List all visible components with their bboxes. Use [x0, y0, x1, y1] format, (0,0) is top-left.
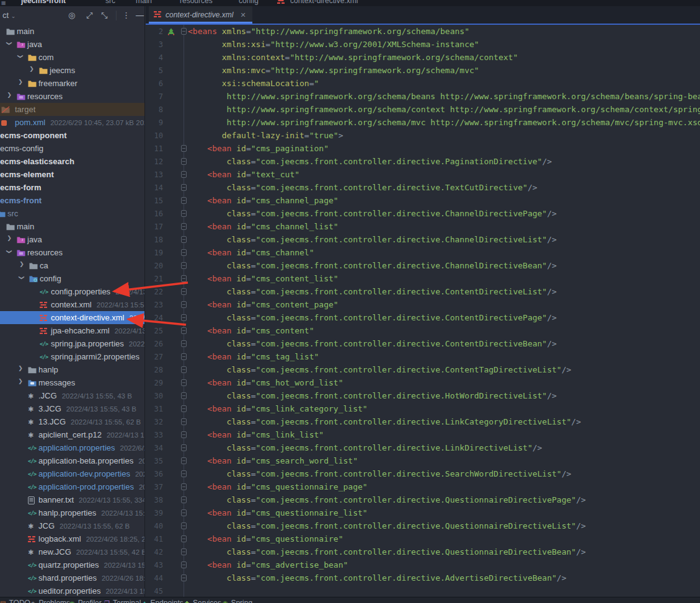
fold-end-icon[interactable] [179, 366, 188, 373]
code-line-23[interactable]: 23 <bean id="cms_content_page" [146, 298, 700, 311]
breadcrumb-item-src[interactable]: src [105, 0, 115, 6]
tree-item-pom-xml[interactable]: pom.xml2022/6/29 10:45, 23.07 kB 2022/6/ [0, 116, 144, 129]
code-line-25[interactable]: 25 <bean id="cms_content" [146, 324, 700, 337]
code-line-10[interactable]: 10 default-lazy-init="true"> [146, 129, 700, 142]
code-line-30[interactable]: 30 class="com.jeecms.front.controller.di… [146, 389, 700, 402]
code-line-33[interactable]: 33 <bean id="cms_link_list" [146, 428, 700, 441]
code-line-5[interactable]: 5 xmlns:mvc="http://www.springframework.… [146, 64, 700, 77]
code-line-6[interactable]: 6 xsi:schemaLocation=" [146, 77, 700, 90]
chevron-collapsed-icon[interactable]: ❯ [17, 365, 24, 371]
fold-start-icon[interactable] [179, 509, 188, 516]
tree-item-spring-jpa-properties[interactable]: </>spring.jpa.properties2022/ [0, 337, 144, 350]
statusbar-item-spring[interactable]: ❀Spring [223, 598, 252, 603]
tree-item-resources[interactable]: ❯resources [0, 90, 144, 103]
fold-start-icon[interactable] [179, 301, 188, 308]
fold-start-icon[interactable] [179, 249, 188, 256]
tree-item-src[interactable]: src [0, 207, 144, 220]
code-line-17[interactable]: 17 <bean id="cms_channel_list" [146, 220, 700, 233]
tree-item-jpa-ehcache-xml[interactable]: jpa-ehcache.xml2022/4/13 1 [0, 324, 144, 337]
code-line-19[interactable]: 19 <bean id="cms_channel" [146, 246, 700, 259]
tree-item-ecms-form[interactable]: ecms-form [0, 181, 144, 194]
code-line-32[interactable]: 32 class="com.jeecms.front.controller.di… [146, 415, 700, 428]
code-line-3[interactable]: 3 xmlns:xsi="http://www.w3.org/2001/XMLS… [146, 38, 700, 51]
tree-item-hanlp[interactable]: ❯hanlp [0, 363, 144, 376]
chevron-expanded-icon[interactable]: ❯ [19, 275, 25, 281]
fold-end-icon[interactable] [179, 262, 188, 269]
tree-item-ecms-elasticsearch[interactable]: ecms-elasticsearch [0, 155, 144, 168]
fold-start-icon[interactable] [179, 197, 188, 204]
fold-start-icon[interactable] [179, 275, 188, 282]
fold-start-icon[interactable] [179, 171, 188, 178]
code-line-34[interactable]: 34 class="com.jeecms.front.controller.di… [146, 441, 700, 454]
tree-item-spring-jparmi2-properties[interactable]: </>spring.jparmi2.properties2 [0, 350, 144, 363]
chevron-collapsed-icon[interactable]: ❯ [29, 66, 35, 72]
tree-item-application-dev-properties[interactable]: </>application-dev.properties202 [0, 467, 144, 480]
code-line-41[interactable]: 41 <bean id="cms_questionnaire" [146, 532, 700, 545]
code-line-21[interactable]: 21 <bean id="cms_content_list" [146, 272, 700, 285]
code-line-39[interactable]: 39 <bean id="cms_questionnaire_list" [146, 506, 700, 519]
code-area[interactable]: 2<beans xmlns="http://www.springframewor… [146, 25, 700, 603]
tree-item-13-jcg[interactable]: ✱13.JCG2022/4/13 15:55, 62 B [0, 415, 144, 428]
tree-item-application-properties[interactable]: </>application.properties2022/6/2 [0, 441, 144, 454]
code-line-4[interactable]: 4 xmlns:context="http://www.springframew… [146, 51, 700, 64]
code-line-20[interactable]: 20 class="com.jeecms.front.controller.di… [146, 259, 700, 272]
tree-item-jcg[interactable]: ✱JCG2022/4/13 15:55, 62 B [0, 519, 144, 532]
tree-item-jcg[interactable]: ✱.JCG2022/4/13 15:55, 43 B [0, 389, 144, 402]
tree-item-hanlp-properties[interactable]: </>hanlp.properties2022/4/13 15:5 [0, 506, 144, 519]
fold-start-icon[interactable] [179, 535, 188, 542]
chevron-collapsed-icon[interactable]: ❯ [17, 378, 24, 384]
chevron-expanded-icon[interactable]: ❯ [17, 53, 24, 59]
statusbar-item-terminal[interactable]: ❐Terminal [104, 598, 141, 603]
breadcrumb-item-jeecms-front[interactable]: jeecms-front [21, 0, 66, 6]
fold-start-icon[interactable] [179, 379, 188, 386]
tree-item-messages[interactable]: ❯messages [0, 376, 144, 389]
tree-item-java[interactable]: ❯java [0, 38, 144, 51]
tree-item-com[interactable]: ❯com [0, 51, 144, 64]
tree-item-ecms-component[interactable]: ecms-component [0, 129, 144, 142]
tree-item-resources[interactable]: ❯resources [0, 246, 144, 259]
close-icon[interactable]: ✕ [240, 11, 246, 19]
fold-start-icon[interactable] [179, 28, 188, 35]
fold-end-icon[interactable] [179, 288, 188, 295]
fold-end-icon[interactable] [179, 158, 188, 165]
code-line-11[interactable]: 11 <bean id="cms_pagination" [146, 142, 700, 155]
chevron-collapsed-icon[interactable]: ❯ [6, 92, 12, 98]
code-line-13[interactable]: 13 <bean id="text_cut" [146, 168, 700, 181]
fold-end-icon[interactable] [179, 236, 188, 243]
code-line-44[interactable]: 44 class="com.jeecms.front.controller.di… [146, 571, 700, 584]
expand-all-icon[interactable]: ⤢ [86, 6, 92, 25]
locate-icon[interactable]: ◎ [68, 6, 75, 25]
fold-start-icon[interactable] [179, 561, 188, 568]
tree-item-java[interactable]: ❯java [0, 233, 144, 246]
code-line-37[interactable]: 37 <bean id="cms_questionnaire_page" [146, 480, 700, 493]
code-line-45[interactable]: 45 [146, 584, 700, 597]
code-line-40[interactable]: 40 class="com.jeecms.front.controller.di… [146, 519, 700, 532]
tree-item-ecms-element[interactable]: ecms-element [0, 168, 144, 181]
fold-start-icon[interactable] [179, 223, 188, 230]
code-line-22[interactable]: 22 class="com.jeecms.front.controller.di… [146, 285, 700, 298]
code-line-24[interactable]: 24 class="com.jeecms.front.controller.di… [146, 311, 700, 324]
fold-start-icon[interactable] [179, 327, 188, 334]
fold-start-icon[interactable] [179, 145, 188, 152]
code-line-38[interactable]: 38 class="com.jeecms.front.controller.di… [146, 493, 700, 506]
code-line-18[interactable]: 18 class="com.jeecms.front.controller.di… [146, 233, 700, 246]
code-line-26[interactable]: 26 class="com.jeecms.front.controller.di… [146, 337, 700, 350]
tree-item-ecms-front[interactable]: ecms-front [0, 194, 144, 207]
tree-item-shard-properties[interactable]: </>shard.properties2022/4/26 18:2 [0, 571, 144, 584]
tab-context-directive-xml[interactable]: context-directive.xml ✕ [149, 6, 252, 24]
code-line-27[interactable]: 27 <bean id="cms_tag_list" [146, 350, 700, 363]
tree-item-ecms-config[interactable]: ecms-config [0, 142, 144, 155]
code-line-2[interactable]: 2<beans xmlns="http://www.springframewor… [146, 25, 700, 38]
tree-item-context-xml[interactable]: context.xml2022/4/13 15:55, [0, 298, 144, 311]
breadcrumb-item-config[interactable]: config [239, 0, 259, 6]
fold-end-icon[interactable] [179, 522, 188, 529]
chevron-expanded-icon[interactable]: ❯ [6, 40, 12, 46]
project-tree[interactable]: main❯java❯com❯jeecms❯freemarker❯resource… [0, 25, 144, 603]
breadcrumb-item-main[interactable]: main [136, 0, 152, 6]
tree-item-quartz-properties[interactable]: </>quartz.properties2022/4/13 15: [0, 558, 144, 571]
tree-item-application-beta-properties[interactable]: </>application-beta.properties20 [0, 454, 144, 467]
tree-item-config-properties[interactable]: </>config.properties2022/4/13 [0, 285, 144, 298]
code-line-15[interactable]: 15 <bean id="cms_channel_page" [146, 194, 700, 207]
fold-start-icon[interactable] [179, 431, 188, 438]
project-dropdown[interactable]: ct ⌄ [2, 6, 16, 25]
